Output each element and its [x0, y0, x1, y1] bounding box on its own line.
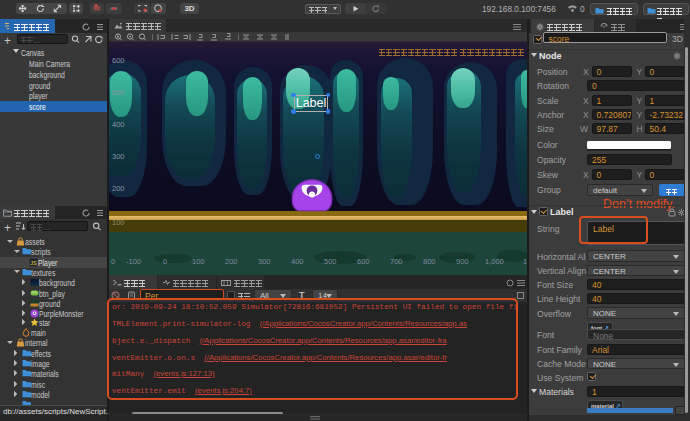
svg-text:JS: JS [30, 260, 37, 266]
